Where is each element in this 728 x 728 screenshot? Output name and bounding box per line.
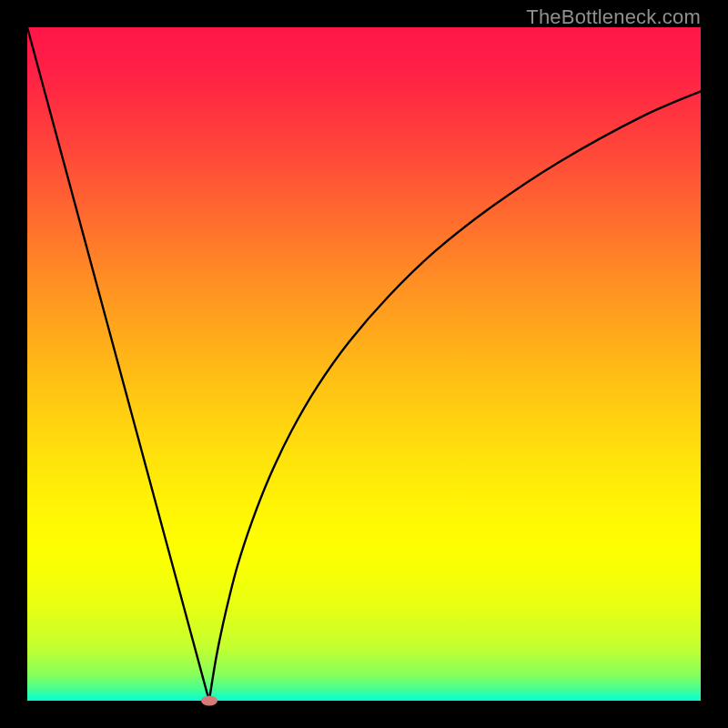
optimum-marker <box>201 696 217 706</box>
curve-layer <box>27 27 701 701</box>
chart-frame: TheBottleneck.com <box>0 0 728 728</box>
watermark: TheBottleneck.com <box>526 5 701 29</box>
bottleneck-curve <box>27 27 701 701</box>
